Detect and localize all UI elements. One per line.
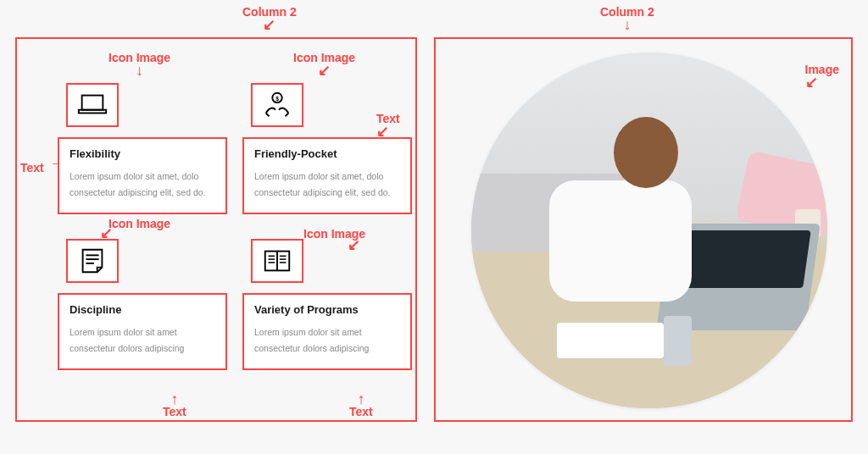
label-text: Text → <box>20 161 44 174</box>
card-body: Lorem ipsum dolor sit amet, dolo consect… <box>254 169 400 201</box>
card-title: Friendly-Pocket <box>254 147 400 160</box>
label-icon-image: Icon Image ↙ <box>108 217 170 230</box>
label-icon-image: Icon Image ↙ <box>293 51 355 76</box>
card-title: Flexibility <box>70 147 215 160</box>
arrow-up-icon: ↑ <box>163 393 186 405</box>
label-column2-left: Column 2 ↙ <box>242 5 297 30</box>
arrow-left-icon: ↙ <box>348 239 360 251</box>
card-body: Lorem ipsum dolor sit amet, dolo consect… <box>70 169 215 201</box>
svg-rect-1 <box>79 110 106 114</box>
flexibility-card: Flexibility Lorem ipsum dolor sit amet, … <box>58 137 227 214</box>
label-column2-right: Column 2 ↓ <box>600 5 654 30</box>
friendly-pocket-icon-frame: $ <box>251 83 303 127</box>
label-text: ↑ Text <box>349 393 373 418</box>
note-icon <box>76 245 108 277</box>
arrow-down-icon: ↓ <box>600 19 654 30</box>
laptop-icon <box>76 89 108 121</box>
svg-rect-0 <box>82 96 103 110</box>
arrow-down-icon: ↙ <box>293 64 355 76</box>
card-body: Lorem ipsum dolor sit amet consectetur d… <box>254 324 400 357</box>
card-title: Discipline <box>70 303 215 316</box>
hero-image <box>471 53 827 408</box>
arrow-down-left-icon: ↙ <box>805 76 839 88</box>
flexibility-icon-frame <box>66 83 119 127</box>
friendly-pocket-card: Friendly-Pocket Lorem ipsum dolor sit am… <box>242 137 412 214</box>
discipline-card: Discipline Lorem ipsum dolor sit amet co… <box>58 293 227 370</box>
label-text: Text ↙ <box>376 112 400 137</box>
image-placeholder-scene <box>471 53 827 408</box>
card-body: Lorem ipsum dolor sit amet consectetur d… <box>70 324 215 357</box>
hands-coin-icon: $ <box>261 89 293 121</box>
arrow-up-icon: ↑ <box>349 393 373 405</box>
column-right: Image ↙ <box>434 37 853 422</box>
arrow-down-icon: ↙ <box>100 227 113 239</box>
label-image: Image ↙ <box>805 63 839 88</box>
diagram-canvas: Column 2 ↙ Column 2 ↓ Icon Image ↓ Icon … <box>15 37 853 427</box>
column-left: Icon Image ↓ Icon Image ↙ Text ↙ Text → … <box>15 37 417 422</box>
arrow-down-icon: ↓ <box>108 64 170 76</box>
programs-card: Variety of Programs Lorem ipsum dolor si… <box>242 293 412 370</box>
label-text: ↑ Text <box>163 393 186 418</box>
arrow-left-icon: ↙ <box>376 125 400 137</box>
card-title: Variety of Programs <box>254 303 400 316</box>
discipline-icon-frame <box>66 239 119 283</box>
label-icon-image: Icon Image ↓ <box>108 51 170 76</box>
programs-icon-frame <box>251 239 303 283</box>
arrow-down-icon: ↙ <box>242 19 297 30</box>
label-icon-image: Icon Image ↙ <box>303 227 365 241</box>
svg-text:$: $ <box>275 96 279 102</box>
open-book-icon <box>261 245 293 277</box>
